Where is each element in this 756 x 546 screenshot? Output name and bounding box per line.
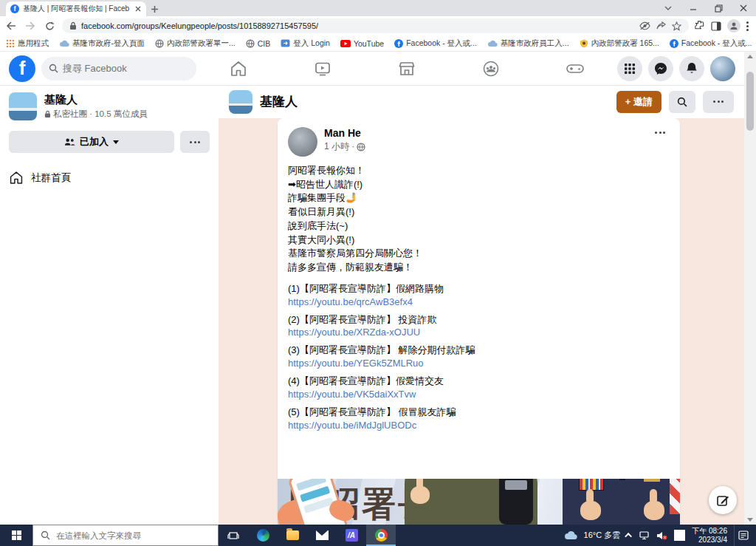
taskbar-search-input[interactable] [56, 531, 196, 540]
profile-avatar[interactable] [710, 56, 735, 81]
scroll-up-arrow[interactable] [747, 55, 753, 58]
bookmark-facebook-2[interactable]: Facebook - 登入或... [670, 38, 752, 49]
weather-text[interactable]: 16°C 多雲 [584, 530, 621, 541]
three-dots-icon [190, 141, 200, 143]
browser-tab[interactable]: f 基隆人 | 阿昭署長報你知 | Faceb [6, 1, 146, 16]
gaming-icon [566, 60, 585, 78]
taskbar-explorer-button[interactable] [278, 525, 307, 546]
bookmark-apps[interactable]: 應用程式 [6, 38, 49, 49]
post-author-avatar[interactable] [288, 127, 317, 157]
new-tab-button[interactable] [146, 1, 162, 16]
joined-button[interactable]: 已加入 [9, 131, 174, 153]
post-link-item: (5)【阿昭署長宣導防詐】 假冒親友詐騙 https://youtu.be/iM… [288, 406, 670, 432]
start-button[interactable] [0, 525, 32, 546]
link-item-title: (5)【阿昭署長宣導防詐】 假冒親友詐騙 [288, 406, 670, 419]
youtube-link[interactable]: https://youtu.be/qrcAwB3efx4 [288, 296, 670, 309]
extensions-puzzle-icon[interactable] [695, 21, 705, 31]
post-author-name[interactable]: Man He [324, 127, 365, 139]
facebook-header: f [0, 52, 744, 85]
nav-watch-tab[interactable] [306, 55, 339, 82]
youtube-link[interactable]: https://youtu.be/XRZda-xOJUU [288, 327, 670, 339]
post-line: 其實大同小異(!) [288, 233, 670, 248]
page-scrollbar[interactable] [744, 52, 756, 525]
post-card: Man He 1 小時 · 阿昭署長報你知！ ➡昭告世人識詐(!) 詐騙集團手段… [278, 118, 680, 525]
action-center-button[interactable] [734, 525, 752, 546]
taskbar-edge-button[interactable] [248, 525, 278, 546]
reload-button[interactable] [43, 19, 56, 33]
post-photo[interactable]: 阿昭署長宣導 防詐系列1 假網路購物 [278, 479, 680, 525]
nav-marketplace-tab[interactable] [391, 55, 423, 82]
invite-button[interactable]: + 邀請 [616, 91, 662, 113]
lock-icon [69, 21, 77, 30]
nav-home-tab[interactable] [222, 55, 255, 82]
nav-groups-tab[interactable] [475, 55, 507, 82]
volume-muted-icon[interactable] [656, 531, 667, 540]
facebook-search-input[interactable] [63, 63, 173, 74]
scrollbar-thumb[interactable] [746, 72, 754, 131]
tab-close-icon[interactable] [134, 5, 142, 13]
taskbar-app-button[interactable]: /A [337, 525, 366, 546]
minimize-button[interactable] [681, 0, 706, 16]
bookmark-keelung-gov[interactable]: 基隆市政府-登入頁面 [59, 38, 145, 49]
post-time[interactable]: 1 小時 · [324, 140, 354, 153]
close-window-button[interactable] [731, 0, 756, 16]
bookmark-keelung-staff[interactable]: 基隆市政府員工入... [487, 38, 569, 49]
group-meta-text: 私密社團 · 10.5 萬位成員 [53, 109, 148, 120]
file-explorer-icon [286, 530, 299, 540]
bookmark-login[interactable]: 登入 Login [281, 38, 330, 49]
ime-indicator[interactable] [674, 530, 685, 541]
messenger-button[interactable] [648, 56, 673, 81]
group-header-bar: 基隆人 + 邀請 [219, 85, 744, 118]
facebook-search[interactable] [41, 57, 196, 81]
bookmark-youtube[interactable]: YouTube [340, 39, 384, 48]
side-panel-icon[interactable] [711, 21, 721, 31]
compose-post-button[interactable] [709, 486, 737, 514]
browser-toolbar: facebook.com/groups/Keelungpeople/posts/… [0, 16, 756, 35]
bookmark-star-icon[interactable] [672, 21, 681, 31]
sidebar-item-community-home[interactable]: 社群首頁 [9, 171, 210, 185]
link-item-title: (4)【阿昭署長宣導防詐】假愛情交友 [288, 375, 670, 388]
youtube-link[interactable]: https://youtu.be/VK5daiXxTvw [288, 389, 670, 401]
network-icon[interactable] [639, 531, 650, 540]
back-button[interactable] [4, 19, 18, 33]
notifications-button[interactable] [679, 56, 704, 81]
post-menu-button[interactable] [650, 127, 670, 157]
bookmark-label: Facebook - 登入或... [681, 38, 752, 49]
sidebar-group-card[interactable]: 基隆人 私密社團 · 10.5 萬位成員 [9, 92, 210, 120]
nav-gaming-tab[interactable] [559, 55, 591, 82]
marketplace-icon [398, 60, 416, 78]
address-bar[interactable]: facebook.com/groups/Keelungpeople/posts/… [62, 18, 689, 33]
share-icon[interactable] [656, 21, 666, 30]
house-icon [9, 171, 24, 185]
task-view-button[interactable] [219, 525, 248, 546]
sidebar-more-button[interactable] [180, 131, 210, 153]
taskbar-search[interactable] [32, 525, 219, 546]
bookmark-label: 登入 Login [293, 38, 330, 49]
bookmark-cib[interactable]: CIB [246, 39, 271, 48]
group-more-button[interactable] [703, 91, 734, 113]
group-search-button[interactable] [669, 91, 695, 113]
bookmark-npa[interactable]: 內政部警政署單一... [155, 38, 236, 49]
facebook-favicon-icon: f [10, 4, 19, 13]
bookmark-165[interactable]: 內政部警政署 165... [580, 38, 659, 49]
scroll-down-arrow[interactable] [747, 518, 753, 522]
tab-search-chevron-icon[interactable] [656, 0, 681, 16]
groups-icon [482, 60, 500, 78]
menu-grid-button[interactable] [617, 56, 642, 81]
taskbar-chrome-button[interactable] [366, 525, 396, 546]
youtube-link[interactable]: https://youtu.be/iMdJglUBODc [288, 420, 670, 432]
tray-chevron-up-icon[interactable] [625, 533, 632, 540]
youtube-link[interactable]: https://youtu.be/YEGk5ZMLRuo [288, 358, 670, 370]
taskbar-mail-button[interactable] [307, 525, 337, 546]
browser-menu-icon[interactable] [746, 21, 749, 31]
browser-profile-icon[interactable] [727, 19, 740, 33]
bookmark-facebook-1[interactable]: Facebook - 登入或... [394, 38, 477, 49]
post-link-item: (1)【阿昭署長宣導防詐】假網路購物 https://youtu.be/qrcA… [288, 283, 670, 309]
forward-button[interactable] [24, 19, 37, 33]
globe-icon [246, 39, 255, 48]
taskbar-clock[interactable]: 下午 08:26 2023/3/4 [692, 527, 727, 545]
link-item-title: (2)【阿昭署長宣導防詐】 投資詐欺 [288, 314, 670, 327]
facebook-logo[interactable]: f [9, 55, 35, 82]
restore-button[interactable] [706, 0, 731, 16]
eye-off-icon[interactable] [639, 21, 650, 30]
